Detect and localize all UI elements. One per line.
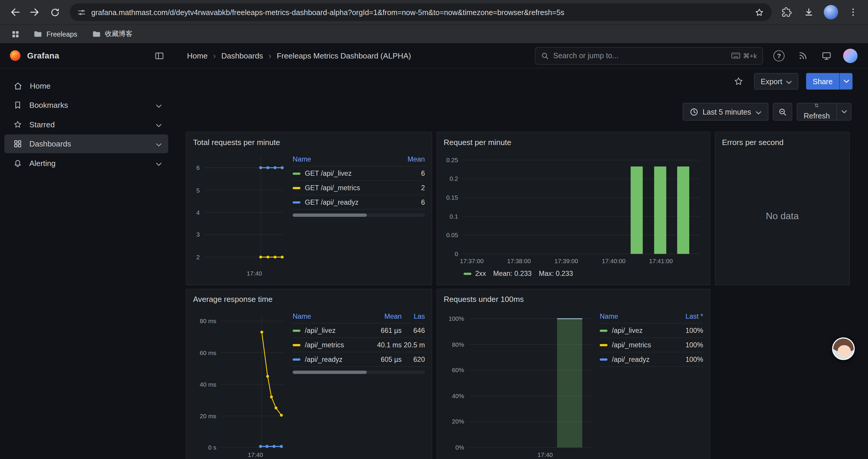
legend-header-last[interactable]: Last * (670, 312, 703, 320)
favorite-dashboard-button[interactable] (731, 73, 746, 89)
search-input[interactable] (553, 52, 727, 60)
legend-row[interactable]: GET /api/_metrics 2 (293, 181, 425, 195)
legend-series-name[interactable]: /api/_readyz (305, 355, 343, 363)
share-menu-button[interactable] (839, 73, 852, 90)
breadcrumb-dashboards[interactable]: Dashboards (221, 51, 263, 60)
extensions-button[interactable] (777, 3, 796, 22)
browser-menu-button[interactable] (844, 3, 863, 22)
sidebar-item-bookmarks[interactable]: Bookmarks (4, 96, 168, 114)
apps-button[interactable] (8, 26, 23, 42)
help-button[interactable] (771, 48, 786, 63)
forward-button[interactable] (25, 3, 44, 22)
y-axis-label: 0.1 (444, 213, 458, 220)
breadcrumb-home[interactable]: Home (187, 51, 208, 60)
profile-button[interactable] (822, 3, 840, 22)
mega-menu-toggle[interactable] (152, 48, 167, 63)
bookmark-folder-blogs[interactable]: 收藏博客 (87, 28, 137, 40)
share-label: Share (813, 77, 833, 85)
legend-scrollbar-thumb[interactable] (293, 214, 367, 217)
sidebar-item-label: Starred (29, 120, 55, 129)
panel-title[interactable]: Requests under 100ms (444, 294, 703, 304)
grafana-header-left: Grafana (0, 48, 176, 63)
chevron-down-icon[interactable] (156, 101, 162, 109)
chevron-down-icon[interactable] (156, 159, 162, 167)
chevron-down-icon (755, 107, 761, 116)
bookmark-icon (13, 101, 22, 109)
reload-button[interactable] (45, 3, 64, 22)
bookmarks-bar: Freeleaps 收藏博客 (0, 24, 868, 43)
legend-series-name[interactable]: /api/_metrics (612, 341, 651, 349)
legend-header-mean[interactable]: Mean (367, 312, 402, 320)
sidebar-item-alerting[interactable]: Alerting (4, 154, 168, 173)
legend-row[interactable]: GET /api/_readyz 6 (293, 195, 425, 210)
breadcrumb-separator-icon (269, 51, 271, 60)
main-area: Export Share Last 5 minut (176, 68, 868, 459)
search-box[interactable]: ⌘+k (535, 47, 763, 64)
panel-title[interactable]: Average response time (193, 294, 425, 304)
legend-row[interactable]: /api/_readyz 100% (600, 352, 703, 367)
apps-grid-icon (11, 30, 20, 38)
series-color-dash (293, 187, 301, 189)
legend-series-name[interactable]: 2xx (475, 270, 486, 277)
legend-stats-row[interactable]: 2xx Mean: 0.233 Max: 0.233 (464, 267, 703, 280)
site-settings-icon[interactable] (78, 8, 86, 16)
share-button[interactable]: Share (806, 73, 839, 90)
brand-name: Grafana (27, 51, 59, 60)
y-axis-label: 2 (193, 254, 200, 260)
legend-row[interactable]: /api/_livez 661 µs 646 (293, 323, 425, 338)
legend-series-name[interactable]: GET /api/_metrics (305, 184, 360, 192)
chevron-down-icon[interactable] (156, 139, 162, 148)
legend-row[interactable]: GET /api/_livez 6 (293, 167, 425, 181)
back-button[interactable] (6, 3, 25, 22)
legend-row[interactable]: /api/_readyz 605 µs 620 (293, 352, 425, 367)
legend-header-mean[interactable]: Mean (386, 155, 425, 163)
legend-scrollbar-thumb[interactable] (293, 371, 367, 374)
y-axis-label: 0.25 (444, 157, 458, 163)
legend-header-last[interactable]: Las (402, 312, 425, 320)
legend-series-name[interactable]: /api/_livez (612, 327, 643, 334)
legend-series-name[interactable]: /api/_readyz (612, 355, 650, 363)
legend-table: Name Mean Las /api/_livez 661 µs 646 /ap… (293, 309, 425, 459)
refresh-interval-button[interactable] (837, 103, 851, 121)
assistant-avatar-widget[interactable] (832, 337, 855, 360)
legend-header-name[interactable]: Name (293, 155, 311, 163)
sidebar-item-starred[interactable]: Starred (4, 115, 168, 134)
panel-title[interactable]: Errors per second (722, 137, 843, 148)
news-button[interactable] (795, 48, 810, 63)
panel-errors-per-second: Errors per second No data (715, 132, 850, 286)
export-button[interactable]: Export (754, 73, 798, 90)
legend-series-name[interactable]: GET /api/_readyz (305, 198, 359, 206)
refresh-button[interactable]: Refresh (797, 103, 837, 121)
sidebar-item-home[interactable]: Home (4, 76, 168, 95)
legend-table: Name Mean GET /api/_livez 6 GET /api/_me… (293, 152, 425, 280)
kiosk-mode-button[interactable] (819, 48, 834, 63)
time-range-picker[interactable]: Last 5 minutes (683, 103, 769, 121)
legend-series-name[interactable]: /api/_livez (305, 327, 336, 334)
legend-row[interactable]: /api/_metrics 100% (600, 338, 703, 352)
y-axis-label: 40% (444, 393, 464, 399)
monitor-icon (822, 51, 832, 61)
legend-series-mean: 605 µs (367, 355, 402, 363)
downloads-button[interactable] (800, 3, 818, 22)
legend-header-name[interactable]: Name (600, 312, 618, 320)
bookmark-label: 收藏博客 (105, 29, 133, 39)
legend-header-name[interactable]: Name (293, 312, 311, 320)
sidebar-nav: Home Bookmarks Starred Dashboards Alerti… (0, 68, 176, 459)
legend-series-last: 100% (670, 327, 703, 334)
legend-row[interactable]: /api/_livez 100% (600, 323, 703, 338)
panel-title[interactable]: Total requests per minute (193, 137, 425, 148)
legend-series-name[interactable]: /api/_metrics (305, 341, 344, 349)
star-icon (13, 120, 22, 129)
bookmark-star-icon[interactable] (754, 7, 764, 17)
zoom-out-time-button[interactable] (773, 103, 792, 121)
chevron-down-icon (841, 110, 847, 113)
legend-row[interactable]: /api/_metrics 40.1 ms 20.5 m (293, 338, 425, 352)
bookmark-folder-freeleaps[interactable]: Freeleaps (29, 28, 82, 40)
grafana-logo[interactable] (9, 49, 22, 62)
url-bar[interactable]: grafana.mathmast.com/d/deytv4rwavabkb/fr… (70, 3, 772, 21)
legend-series-name[interactable]: GET /api/_livez (305, 169, 351, 177)
chevron-down-icon[interactable] (156, 120, 162, 129)
sidebar-item-dashboards[interactable]: Dashboards (4, 134, 168, 153)
user-menu-button[interactable] (843, 48, 858, 63)
panel-title[interactable]: Request per minute (444, 137, 703, 148)
